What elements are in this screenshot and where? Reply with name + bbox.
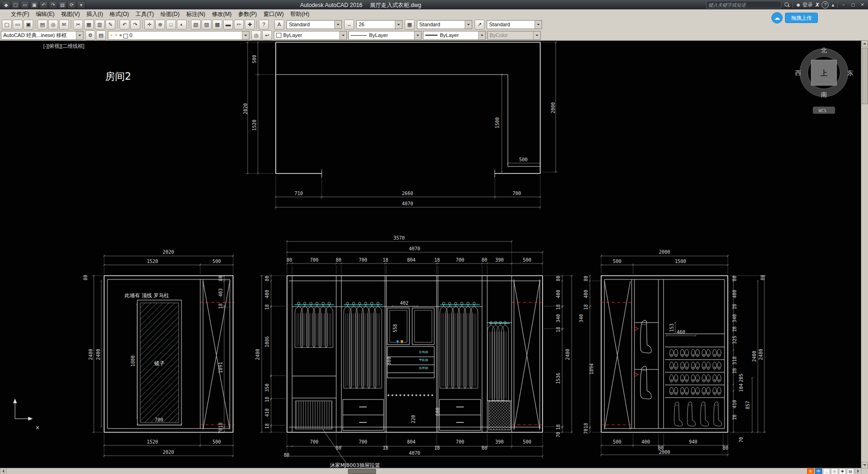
toolbox-icon[interactable]: ✚ xyxy=(839,468,846,474)
menu-item-1[interactable]: 编辑(E) xyxy=(32,9,58,19)
design-center-button[interactable]: ▨ xyxy=(202,20,211,30)
sogou-logo-icon[interactable]: S xyxy=(807,468,814,474)
dim-style-combo[interactable]: 26 xyxy=(356,20,402,29)
menu-item-5[interactable]: 工具(T) xyxy=(132,9,157,19)
match-properties-button[interactable]: ✎ xyxy=(106,20,115,30)
dim-style-icon[interactable]: ↔ xyxy=(344,20,354,30)
scroll-down-button[interactable] xyxy=(861,462,868,468)
text-style-combo[interactable]: Standard xyxy=(287,20,342,29)
chevron-down-icon[interactable] xyxy=(465,21,472,29)
chevron-down-icon[interactable] xyxy=(242,31,249,39)
zoom-realtime-button[interactable]: ⊕ xyxy=(155,20,165,30)
plot-icon[interactable]: ▤ xyxy=(58,1,67,9)
emoji-icon[interactable]: ☺ xyxy=(831,468,838,474)
publish-button[interactable]: ✉ xyxy=(59,20,69,30)
chevron-down-icon[interactable] xyxy=(395,21,402,29)
workspace-switcher[interactable]: AutoCAD 经典...inese) 移框 xyxy=(1,31,83,40)
mleader-style-combo[interactable]: Standard xyxy=(487,20,542,29)
chevron-down-icon[interactable] xyxy=(76,31,83,39)
cad-text: 857 xyxy=(745,401,750,409)
make-current-icon[interactable]: ◎ xyxy=(251,30,261,40)
gear-icon[interactable]: ⚙ xyxy=(85,30,95,40)
markup-manager-button[interactable]: ✏ xyxy=(234,20,244,30)
menu-item-8[interactable]: 修改(M) xyxy=(209,9,235,19)
keyboard-icon[interactable]: ▤ xyxy=(847,468,854,474)
chinese-mode-icon[interactable]: 中 xyxy=(815,468,822,474)
menu-item-3[interactable]: 插入(I) xyxy=(83,9,106,19)
redo-icon[interactable]: ↷ xyxy=(49,1,57,9)
scroll-up-button[interactable] xyxy=(861,40,868,47)
mleader-style-icon[interactable]: ↗ xyxy=(475,20,484,30)
customize-dropdown-icon[interactable]: ▾ xyxy=(77,1,85,9)
menu-item-11[interactable]: 帮助(H) xyxy=(287,9,313,19)
scroll-right-button[interactable] xyxy=(855,468,861,474)
chevron-down-icon[interactable] xyxy=(340,31,347,39)
new-icon[interactable]: ▢ xyxy=(11,1,20,9)
save-button[interactable]: ▣ xyxy=(23,20,33,30)
scroll-left-button[interactable] xyxy=(0,468,7,474)
zoom-previous-button[interactable]: ◐ xyxy=(177,20,187,30)
minimize-button[interactable]: – xyxy=(840,2,847,8)
upload-label[interactable]: 拖拽上传 xyxy=(785,13,818,23)
maximize-button[interactable]: ▢ xyxy=(850,2,856,8)
cut-button[interactable]: ✂ xyxy=(73,20,83,30)
undo-icon[interactable]: ↶ xyxy=(39,1,48,9)
collapse-icon[interactable]: ▴ xyxy=(831,2,834,8)
redo-button[interactable]: ↷ xyxy=(130,20,140,30)
zoom-window-button[interactable]: □ xyxy=(166,20,176,30)
menu-item-0[interactable]: 文件(F) xyxy=(8,9,32,19)
pan-button[interactable]: ✛ xyxy=(144,20,154,30)
drawing-canvas[interactable]: [-][俯视][二维线框] xyxy=(0,40,861,468)
signin-button[interactable]: ☻ 登录 xyxy=(796,1,813,8)
help-button[interactable]: ? xyxy=(259,20,269,30)
text-style-icon[interactable]: A xyxy=(274,20,284,30)
copy-button[interactable]: ▦ xyxy=(84,20,94,30)
undo-button[interactable]: ↶ xyxy=(120,20,129,30)
tool-palettes-button[interactable]: ▩ xyxy=(212,20,222,30)
lineweight-combo[interactable]: ByLayer xyxy=(423,31,486,40)
open-icon[interactable]: ▭ xyxy=(21,1,29,9)
open-button[interactable]: ▭ xyxy=(13,20,23,30)
chevron-down-icon[interactable] xyxy=(414,31,421,39)
help-icon[interactable]: ? xyxy=(822,1,829,8)
chevron-down-icon[interactable] xyxy=(478,31,485,39)
vertical-scroll-thumb[interactable] xyxy=(862,48,868,104)
close-button[interactable]: ✕ xyxy=(859,2,866,8)
paste-button[interactable]: ▥ xyxy=(95,20,105,30)
plot-button[interactable]: ▤ xyxy=(38,20,47,30)
menu-item-2[interactable]: 视图(V) xyxy=(58,9,83,19)
chevron-down-icon[interactable] xyxy=(535,21,542,29)
linetype-combo[interactable]: ByLayer xyxy=(348,31,422,40)
table-style-icon[interactable]: ▦ xyxy=(405,20,415,30)
quickcalc-button[interactable]: ✚ xyxy=(245,20,255,30)
chevron-down-icon[interactable] xyxy=(334,21,341,29)
sheetset-manager-button[interactable]: ▬ xyxy=(223,20,233,30)
app-menu-icon[interactable]: ◆ xyxy=(2,1,10,9)
menu-item-7[interactable]: 标注(N) xyxy=(183,9,209,19)
menu-item-6[interactable]: 绘图(D) xyxy=(157,9,183,19)
menu-item-10[interactable]: 窗口(W) xyxy=(260,9,287,19)
menu-item-9[interactable]: 参数(P) xyxy=(235,9,260,19)
layer-combo[interactable]: ●☀■ 0 xyxy=(108,31,249,40)
cad-drawing[interactable]: 500152020202000150050071026607004070房间23… xyxy=(0,40,861,468)
search-icon[interactable] xyxy=(784,2,790,8)
table-style-combo[interactable]: Standard xyxy=(417,20,472,29)
layer-manager-icon[interactable]: ▤ xyxy=(96,30,106,40)
viewport-controls[interactable]: [-][俯视][二维线框] xyxy=(43,43,84,50)
upload-button[interactable]: ☁ 拖拽上传 xyxy=(771,12,818,23)
horizontal-scrollbar[interactable] xyxy=(0,468,861,474)
new-button[interactable]: ▢ xyxy=(2,20,12,30)
menu-item-4[interactable]: 格式(O) xyxy=(106,9,132,19)
properties-button[interactable]: ▧ xyxy=(191,20,201,30)
swatch-icon xyxy=(123,34,128,38)
save-icon[interactable]: ▣ xyxy=(30,1,38,9)
plot-preview-button[interactable]: ◎ xyxy=(48,20,58,30)
layer-previous-icon[interactable]: ↩ xyxy=(262,30,272,40)
vertical-scrollbar[interactable] xyxy=(861,40,868,468)
refresh-icon[interactable]: ⟳ xyxy=(68,1,76,9)
horizontal-scroll-thumb[interactable] xyxy=(348,469,376,474)
punctuation-icon[interactable]: ， xyxy=(823,468,830,474)
color-combo[interactable]: ByLayer xyxy=(274,31,347,40)
search-input[interactable] xyxy=(706,1,781,8)
exchange-x-icon[interactable]: X xyxy=(815,2,819,8)
